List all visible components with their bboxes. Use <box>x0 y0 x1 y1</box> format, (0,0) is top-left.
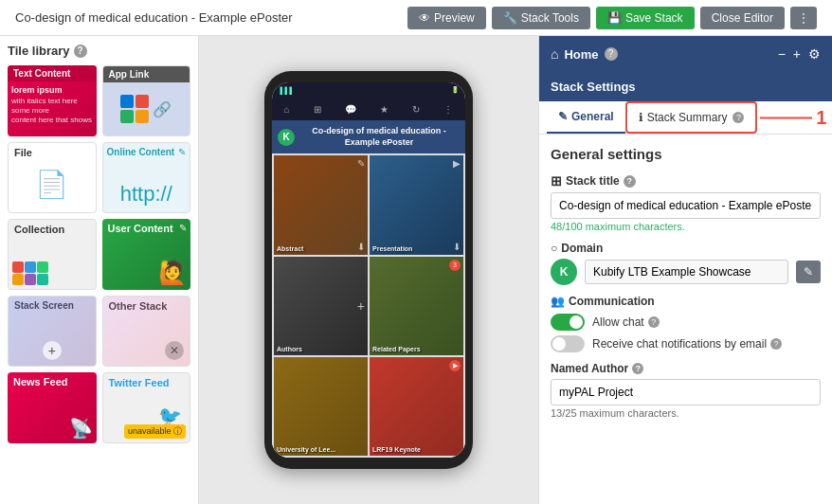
settings-tabs: ✎ General ℹ Stack Summary ? 1 <box>539 101 832 135</box>
domain-row: K Kubify LTB Example Showcase ✎ <box>551 259 821 285</box>
tile-twitter-feed[interactable]: Twitter Feed 🐦 unavailable ⓘ <box>102 372 191 443</box>
preview-button[interactable]: 👁 Preview <box>407 7 486 29</box>
phone-tile-abstract[interactable]: Abstract ✎ ⬇ <box>274 155 368 254</box>
allow-chat-help-icon[interactable]: ? <box>648 316 660 328</box>
stack-settings-header: Stack Settings <box>539 72 832 101</box>
save-icon: 💾 <box>607 11 622 25</box>
receive-chat-notifications-row: Receive chat notifications by email ? <box>551 335 821 352</box>
save-stack-button[interactable]: 💾 Save Stack <box>596 7 695 29</box>
eye-icon: 👁 <box>419 11 430 25</box>
char-count: 13/25 maximum characters. <box>551 407 821 419</box>
annotation-arrow: 1 <box>760 107 826 129</box>
stack-title-help-icon[interactable]: ? <box>624 175 636 188</box>
tile-online-content[interactable]: Online Content http:// ✎ <box>102 142 191 213</box>
tile-library-header: Tile library ? <box>8 44 190 58</box>
phone-tile-authors[interactable]: Authors + <box>274 257 368 355</box>
stack-title-group: ⊞ Stack title ? 48/100 maximum character… <box>551 173 821 232</box>
home-bar: ⌂ Home ? − + ⚙ <box>539 36 832 72</box>
stack-tools-button[interactable]: 🔧 Stack Tools <box>492 7 590 29</box>
home-label: Home <box>564 47 598 62</box>
tile-app-link-label: App Link <box>103 66 190 82</box>
domain-select[interactable]: Kubify LTB Example Showcase <box>585 260 788 284</box>
tab-general[interactable]: ✎ General <box>547 101 625 134</box>
tile-text-content-label: Text Content <box>8 65 97 81</box>
tile-stack-screen[interactable]: Stack Screen + <box>8 296 97 367</box>
domain-edit-button[interactable]: ✎ <box>796 261 821 283</box>
phone-grid-icon: ⊞ <box>314 104 321 115</box>
domain-icon: ○ <box>551 242 557 255</box>
tile-file-label: File <box>14 147 32 158</box>
tile-news-feed[interactable]: News Feed 📡 <box>8 372 97 443</box>
tile-library-help-icon[interactable]: ? <box>74 45 87 58</box>
home-help-icon[interactable]: ? <box>605 47 618 61</box>
top-bar: Co-design of medical education - Example… <box>0 0 832 36</box>
page-title: Co-design of medical education - Example… <box>15 10 293 25</box>
tile-twitter-feed-label: Twitter Feed <box>109 377 170 388</box>
more-options-button[interactable]: ⋮ <box>790 7 817 29</box>
tile-other-stack[interactable]: Other Stack ✕ <box>102 296 191 367</box>
phone-tile-lrf[interactable]: LRF19 Keynote ▶ <box>370 357 463 456</box>
phone-content: Abstract ✎ ⬇ Presentation ▶ ⬇ Authors + <box>272 153 465 458</box>
wrench-icon: 🔧 <box>503 11 517 25</box>
tile-text-content[interactable]: Text Content lorem ipsum with italics te… <box>8 65 97 136</box>
tab-stack-summary[interactable]: ℹ Stack Summary ? 1 <box>625 101 758 134</box>
phone-tile-presentation[interactable]: Presentation ▶ ⬇ <box>370 155 463 254</box>
stack-title-hint: 48/100 maximum characters. <box>551 221 821 232</box>
tile-file[interactable]: File 📄 <box>8 142 97 213</box>
right-panel: ⌂ Home ? − + ⚙ Stack Settings ✎ General … <box>538 36 832 504</box>
unavailable-badge: unavailable ⓘ <box>124 424 186 439</box>
home-settings-icon[interactable]: ⚙ <box>808 46 821 62</box>
tile-news-feed-label: News Feed <box>13 376 67 387</box>
tile-library-panel: Tile library ? Text Content lorem ipsum … <box>0 36 199 504</box>
tile-grid: Text Content lorem ipsum with italics te… <box>8 65 190 443</box>
allow-chat-label: Allow chat ? <box>592 315 660 329</box>
people-icon: 👥 <box>551 295 565 308</box>
general-settings-title: General settings <box>551 146 821 162</box>
phone-time: 🔋 <box>451 86 460 94</box>
phone-refresh-icon: ↻ <box>412 104 420 115</box>
communication-label: 👥 Communication <box>551 295 821 308</box>
tile-collection-label: Collection <box>14 224 64 235</box>
phone-area: ▲ ▼ ▐▐▐ 🔋 ⌂ ⊞ 💬 ★ ↻ ⋮ <box>199 36 538 504</box>
close-editor-button[interactable]: Close Editor <box>700 7 785 29</box>
phone-home-icon: ⌂ <box>284 104 290 115</box>
home-plus-button[interactable]: + <box>793 46 801 62</box>
receive-chat-notifications-toggle[interactable] <box>551 335 585 352</box>
phone-tile-related[interactable]: Related Papers 3 <box>370 257 463 355</box>
phone-tile-uni[interactable]: University of Lee... <box>274 357 368 456</box>
named-author-help-icon[interactable]: ? <box>632 363 643 374</box>
phone-screen: ▐▐▐ 🔋 ⌂ ⊞ 💬 ★ ↻ ⋮ K Co <box>272 82 465 458</box>
phone-signal: ▐▐▐ <box>278 87 292 94</box>
phone-mockup: ▐▐▐ 🔋 ⌂ ⊞ 💬 ★ ↻ ⋮ K Co <box>264 71 473 469</box>
tile-online-content-label: Online Content <box>107 147 187 157</box>
phone-star-icon: ★ <box>380 104 389 115</box>
named-author-input[interactable] <box>551 379 821 405</box>
stack-title-input[interactable] <box>551 192 821 219</box>
edit-icon: ✎ <box>558 110 568 123</box>
named-author-label: Named Author ? <box>551 362 821 375</box>
allow-chat-toggle[interactable] <box>551 314 585 331</box>
top-actions: 👁 Preview 🔧 Stack Tools 💾 Save Stack Clo… <box>407 7 817 29</box>
info-icon: ℹ <box>639 111 643 124</box>
domain-logo: K <box>551 259 577 285</box>
domain-group: ○ Domain K Kubify LTB Example Showcase ✎ <box>551 242 821 285</box>
main-layout: Tile library ? Text Content lorem ipsum … <box>0 36 832 504</box>
domain-label: ○ Domain <box>551 242 821 255</box>
tile-app-link[interactable]: App Link 🔗 <box>102 65 191 136</box>
tab-help-icon: ? <box>733 112 744 123</box>
communication-section: 👥 Communication Allow chat ? <box>551 295 821 352</box>
tile-user-content[interactable]: User Content 🙋 ✎ <box>102 219 191 290</box>
phone-status-bar: ▐▐▐ 🔋 <box>272 82 465 98</box>
tile-collection[interactable]: Collection <box>8 219 97 290</box>
named-author-section: Named Author ? 13/25 maximum characters. <box>551 362 821 419</box>
receive-notifications-help-icon[interactable]: ? <box>770 338 782 350</box>
phone-chat-icon: 💬 <box>345 104 356 115</box>
home-icon: ⌂ <box>551 46 558 62</box>
home-minus-button[interactable]: − <box>778 46 786 62</box>
tile-user-content-label: User Content <box>108 223 173 234</box>
phone-title-bar: K Co-design of medical education - Examp… <box>272 120 465 153</box>
phone-more-icon: ⋮ <box>443 104 453 115</box>
phone-nav: ⌂ ⊞ 💬 ★ ↻ ⋮ <box>272 98 465 120</box>
allow-chat-row: Allow chat ? <box>551 314 821 331</box>
settings-content: General settings ⊞ Stack title ? 48/100 … <box>539 135 832 504</box>
